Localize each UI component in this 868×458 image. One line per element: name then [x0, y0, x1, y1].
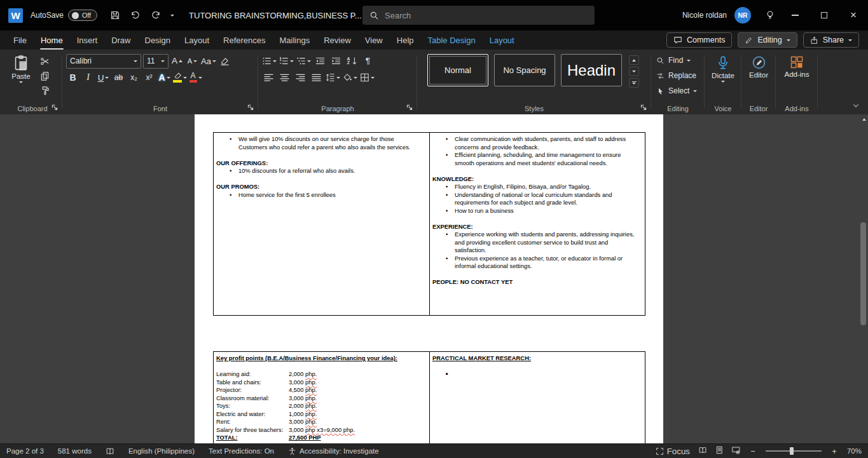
paragraph-dialog-launcher[interactable]: [405, 103, 414, 112]
scrollbar-thumb[interactable]: [860, 222, 866, 325]
print-layout-button[interactable]: [715, 446, 724, 456]
bullet-list-button[interactable]: [262, 54, 277, 68]
change-case-button[interactable]: Aa: [201, 54, 216, 68]
search-box[interactable]: Search: [362, 6, 595, 25]
lightbulb-button[interactable]: [761, 5, 780, 25]
borders-button[interactable]: [360, 71, 375, 84]
zoom-level[interactable]: 70%: [847, 447, 862, 455]
document-title[interactable]: TUTORING BRAINSTORMING,BUSINESS P...: [189, 11, 372, 20]
font-dialog-launcher[interactable]: [246, 103, 255, 112]
increase-indent-button[interactable]: [329, 54, 343, 68]
decrease-indent-button[interactable]: [313, 54, 327, 68]
bold-button[interactable]: B: [66, 71, 79, 84]
scroll-up-arrow-icon[interactable]: [862, 118, 866, 121]
styles-dialog-launcher[interactable]: [639, 103, 648, 112]
style-no-spacing[interactable]: No Spacing: [494, 54, 555, 86]
subscript-button[interactable]: x₂: [127, 71, 141, 84]
align-left-button[interactable]: [262, 71, 275, 84]
grow-font-button[interactable]: A: [170, 54, 184, 68]
zoom-slider[interactable]: [766, 450, 822, 452]
show-formatting-button[interactable]: ¶: [361, 54, 375, 68]
table2-right-cell[interactable]: PRACTICAL MARKET RESEARCH:: [430, 352, 645, 443]
style-normal[interactable]: Normal: [427, 54, 488, 86]
redo-button[interactable]: [146, 5, 165, 25]
collapse-ribbon-button[interactable]: [854, 100, 858, 109]
text-predictions-indicator[interactable]: Text Predictions: On: [209, 447, 274, 455]
tab-table-design[interactable]: Table Design: [421, 30, 483, 50]
tab-table-layout[interactable]: Layout: [483, 30, 521, 50]
styles-scroll-down-button[interactable]: [629, 67, 639, 76]
web-layout-button[interactable]: [732, 446, 740, 456]
styles-scroll-up-button[interactable]: [629, 55, 639, 65]
tab-insert[interactable]: Insert: [70, 30, 105, 50]
proofing-status[interactable]: [106, 447, 114, 455]
line-spacing-button[interactable]: [326, 71, 340, 84]
sort-button[interactable]: AZ: [345, 54, 359, 68]
justify-button[interactable]: [310, 71, 323, 84]
table2-left-cell[interactable]: Key profit points (B.E.A/Business Financ…: [214, 352, 430, 443]
quick-access-more-button[interactable]: [167, 5, 178, 25]
select-button[interactable]: Select: [656, 84, 705, 97]
font-size-combobox[interactable]: 11: [143, 54, 169, 69]
tab-file[interactable]: File: [6, 30, 34, 50]
maximize-button[interactable]: [809, 0, 839, 30]
numbered-list-button[interactable]: [279, 54, 294, 68]
tab-layout[interactable]: Layout: [177, 30, 216, 50]
word-logo-icon[interactable]: W: [8, 8, 23, 23]
focus-mode-button[interactable]: Focus: [656, 447, 690, 456]
autosave-toggle[interactable]: Off: [68, 10, 97, 21]
editing-mode-button[interactable]: Editing: [738, 32, 797, 48]
copy-button[interactable]: [38, 70, 52, 81]
undo-button[interactable]: [126, 5, 145, 25]
tab-review[interactable]: Review: [317, 30, 358, 50]
zoom-out-button[interactable]: −: [748, 447, 757, 456]
text-highlight-button[interactable]: [173, 71, 187, 84]
clipboard-dialog-launcher[interactable]: [50, 103, 59, 112]
shrink-font-button[interactable]: A: [186, 54, 199, 68]
tab-view[interactable]: View: [358, 30, 390, 50]
format-painter-button[interactable]: [38, 84, 52, 96]
clear-formatting-button[interactable]: [218, 54, 231, 68]
tab-mailings[interactable]: Mailings: [273, 30, 317, 50]
zoom-in-button[interactable]: +: [830, 447, 839, 456]
user-name[interactable]: Nicole roldan: [682, 11, 727, 20]
font-color-button[interactable]: A: [189, 71, 202, 84]
read-mode-button[interactable]: [698, 446, 707, 456]
avatar[interactable]: NR: [734, 7, 751, 24]
accessibility-status[interactable]: Accessibility: Investigate: [288, 447, 379, 455]
table1-left-cell[interactable]: We will give 10% discounts on our servic…: [214, 133, 430, 315]
language-indicator[interactable]: English (Philippines): [128, 447, 195, 455]
italic-button[interactable]: I: [81, 71, 95, 84]
document-page[interactable]: We will give 10% discounts on our servic…: [195, 114, 663, 443]
table1-right-cell[interactable]: Clear communication with students, paren…: [430, 133, 645, 315]
tab-help[interactable]: Help: [390, 30, 421, 50]
tab-design[interactable]: Design: [138, 30, 177, 50]
save-button[interactable]: [106, 5, 125, 25]
dictate-button[interactable]: Dictate: [705, 53, 741, 83]
share-button[interactable]: Share: [803, 32, 859, 48]
vertical-scrollbar[interactable]: [858, 114, 868, 443]
minimize-button[interactable]: [780, 0, 809, 30]
strikethrough-button[interactable]: ab: [112, 71, 125, 84]
word-count[interactable]: 581 words: [58, 447, 92, 455]
editor-button[interactable]: Editor: [741, 53, 776, 79]
tab-home[interactable]: Home: [34, 30, 70, 50]
tab-references[interactable]: References: [216, 30, 272, 50]
multilevel-list-button[interactable]: [296, 54, 311, 68]
tab-draw[interactable]: Draw: [104, 30, 137, 50]
text-effects-button[interactable]: A: [158, 71, 171, 84]
comments-button[interactable]: Comments: [666, 32, 732, 48]
align-center-button[interactable]: [278, 71, 291, 84]
shading-button[interactable]: [343, 71, 357, 84]
zoom-slider-thumb[interactable]: [790, 447, 794, 455]
font-name-combobox[interactable]: Calibri: [66, 54, 141, 69]
close-button[interactable]: ×: [839, 0, 868, 30]
page-indicator[interactable]: Page 2 of 3: [6, 447, 44, 455]
paste-button[interactable]: Paste: [8, 53, 34, 96]
styles-gallery-more-button[interactable]: [629, 78, 639, 88]
replace-button[interactable]: Replace: [656, 69, 705, 82]
superscript-button[interactable]: x²: [142, 71, 156, 84]
style-heading-1[interactable]: Headin: [561, 54, 622, 86]
align-right-button[interactable]: [294, 71, 307, 84]
underline-button[interactable]: U: [97, 71, 110, 84]
